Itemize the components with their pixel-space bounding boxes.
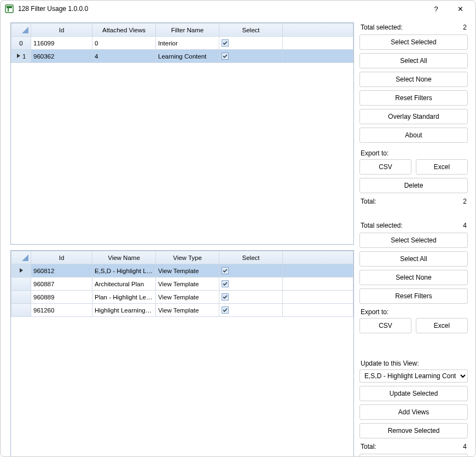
grid2-col-select[interactable]: Select (219, 251, 283, 264)
views-select-selected-button[interactable]: Select Selected (359, 233, 468, 248)
row-header[interactable] (11, 304, 31, 317)
cell-filler (283, 264, 353, 277)
cell-view-name: Architectural Plan (92, 277, 156, 291)
views-total-selected-label: Total selected: (361, 222, 403, 229)
update-to-view-select[interactable]: E,S,D - Highlight Learning Conte (359, 369, 468, 383)
table-row[interactable]: 19603624Learning Content (11, 50, 353, 63)
filters-reset-button[interactable]: Reset Filters (359, 90, 468, 106)
filters-export-excel-button[interactable]: Excel (416, 159, 468, 175)
overlay-standard-button[interactable]: Overlay Standard (359, 109, 468, 124)
filters-delete-button[interactable]: Delete (359, 178, 468, 193)
filters-total-label: Total: (361, 198, 376, 205)
row-header[interactable] (11, 277, 31, 291)
filters-export-csv-button[interactable]: CSV (359, 159, 411, 175)
cell-select-checkbox[interactable] (219, 277, 283, 291)
cell-id: 960887 (31, 277, 92, 291)
views-export-label: Export to: (359, 307, 468, 318)
grid1-corner[interactable] (11, 24, 31, 37)
table-row[interactable]: 960889Plan - Highlight Learni...View Tem… (11, 291, 353, 304)
views-export-excel-button[interactable]: Excel (416, 318, 468, 333)
grid1-col-attached[interactable]: Attached Views (92, 24, 156, 37)
cell-view-name: E,S,D - Highlight Lear... (92, 264, 156, 277)
about-button[interactable]: About (359, 128, 468, 143)
row-header[interactable]: 1 (11, 50, 31, 63)
cell-select-checkbox[interactable] (219, 264, 283, 277)
cell-id: 961260 (31, 304, 92, 317)
table-row[interactable]: 01160990Interior (11, 37, 353, 50)
grid2-col-vname[interactable]: View Name (92, 251, 156, 264)
filters-select-all-button[interactable]: Select All (359, 53, 468, 68)
cell-view-type: View Template (156, 264, 219, 277)
cell-filler (283, 277, 353, 291)
filters-total-value: 2 (463, 198, 467, 205)
cell-select-checkbox[interactable] (219, 291, 283, 304)
views-reset-button[interactable]: Reset Filters (359, 288, 468, 304)
window-title: 128 Filter Usage 1.0.0.0 (18, 5, 424, 13)
cell-filler (283, 37, 353, 50)
add-views-button[interactable]: Add Views (359, 404, 468, 420)
update-to-view-label: Update to this View: (359, 358, 468, 369)
filters-total-selected-label: Total selected: (361, 24, 403, 31)
filters-select-selected-button[interactable]: Select Selected (359, 34, 468, 50)
views-select-all-button[interactable]: Select All (359, 251, 468, 267)
views-export-csv-button[interactable]: CSV (359, 318, 411, 333)
cell-filter-name: Interior (156, 37, 219, 50)
titlebar: 128 Filter Usage 1.0.0.0 ? ✕ (1, 1, 475, 17)
update-selected-button[interactable]: Update Selected (359, 386, 468, 401)
close-button[interactable]: Close (359, 454, 468, 457)
cell-filter-name: Learning Content (156, 50, 219, 63)
cell-select-checkbox[interactable] (219, 37, 283, 50)
cell-view-type: View Template (156, 291, 219, 304)
cell-select-checkbox[interactable] (219, 304, 283, 317)
sidebar: Total selected: 2 Select Selected Select… (359, 22, 468, 457)
grid1-col-fname[interactable]: Filter Name (156, 24, 219, 37)
grid1-col-filler (283, 24, 353, 37)
cell-view-type: View Template (156, 277, 219, 291)
remove-selected-button[interactable]: Remove Selected (359, 423, 468, 438)
cell-view-name: Plan - Highlight Learni... (92, 291, 156, 304)
views-total-value: 4 (463, 443, 467, 450)
filters-grid[interactable]: Id Attached Views Filter Name Select 011… (10, 22, 354, 245)
grid2-col-filler (283, 251, 353, 264)
table-row[interactable]: 960812E,S,D - Highlight Lear...View Temp… (11, 264, 353, 277)
views-select-none-button[interactable]: Select None (359, 270, 468, 285)
grid2-col-id[interactable]: Id (31, 251, 92, 264)
grid2-corner[interactable] (11, 251, 31, 264)
app-icon (5, 4, 14, 13)
table-row[interactable]: 960887Architectural PlanView Template (11, 277, 353, 291)
cell-view-type: View Template (156, 304, 219, 317)
views-total-selected-value: 4 (463, 222, 467, 229)
grid2-col-vtype[interactable]: View Type (156, 251, 219, 264)
app-window: 128 Filter Usage 1.0.0.0 ? ✕ Id Attached… (0, 0, 476, 457)
help-button[interactable]: ? (424, 1, 448, 17)
grid1-col-select[interactable]: Select (219, 24, 283, 37)
filters-export-label: Export to: (359, 148, 468, 159)
table-row[interactable]: 961260Highlight Learning Co...View Templ… (11, 304, 353, 317)
close-window-button[interactable]: ✕ (448, 1, 472, 17)
filters-total-selected-value: 2 (463, 24, 467, 31)
cell-id: 960362 (31, 50, 92, 63)
cell-id: 960889 (31, 291, 92, 304)
filters-select-none-button[interactable]: Select None (359, 72, 468, 87)
row-header[interactable]: 0 (11, 37, 31, 50)
cell-id: 116099 (31, 37, 92, 50)
cell-attached: 4 (92, 50, 156, 63)
cell-select-checkbox[interactable] (219, 50, 283, 63)
cell-attached: 0 (92, 37, 156, 50)
cell-id: 960812 (31, 264, 92, 277)
row-header[interactable] (11, 264, 31, 277)
cell-view-name: Highlight Learning Co... (92, 304, 156, 317)
cell-filler (283, 291, 353, 304)
views-total-label: Total: (361, 443, 376, 450)
cell-filler (283, 304, 353, 317)
cell-filler (283, 50, 353, 63)
row-header[interactable] (11, 291, 31, 304)
views-grid[interactable]: Id View Name View Type Select 960812E,S,… (10, 250, 354, 457)
grid1-col-id[interactable]: Id (31, 24, 92, 37)
